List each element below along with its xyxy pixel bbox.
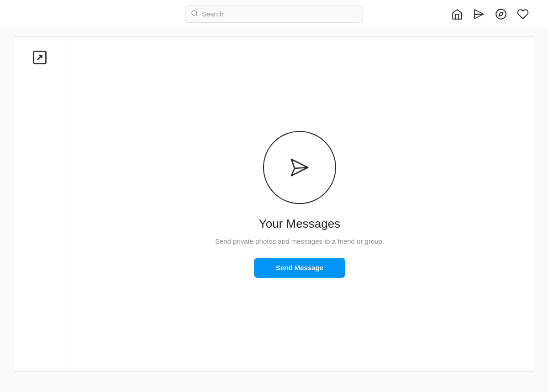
svg-line-11 (295, 167, 308, 168)
sidebar (14, 37, 65, 371)
messages-icon-circle (263, 131, 336, 204)
nav-right (466, 7, 539, 21)
svg-marker-2 (474, 10, 484, 19)
explore-icon[interactable] (495, 8, 507, 20)
search-box[interactable]: Search (185, 5, 363, 23)
svg-marker-4 (499, 12, 503, 16)
search-icon (191, 10, 198, 18)
nav-center: Search (82, 5, 466, 23)
send-icon[interactable] (473, 8, 485, 20)
home-icon[interactable] (451, 8, 463, 20)
messages-title: Your Messages (259, 217, 340, 231)
top-navigation: Search (0, 0, 548, 28)
main-content: Your Messages Send private photos and me… (65, 37, 534, 371)
search-placeholder: Search (202, 10, 224, 18)
svg-point-3 (496, 9, 506, 19)
send-message-button[interactable]: Send Message (254, 258, 345, 278)
content-wrapper: Your Messages Send private photos and me… (14, 37, 534, 372)
heart-icon[interactable] (517, 8, 529, 20)
direct-message-icon (283, 151, 316, 184)
compose-button[interactable] (28, 46, 51, 69)
messages-subtitle: Send private photos and messages to a fr… (215, 237, 384, 245)
svg-line-1 (196, 15, 197, 16)
main-layout: Your Messages Send private photos and me… (0, 28, 548, 392)
